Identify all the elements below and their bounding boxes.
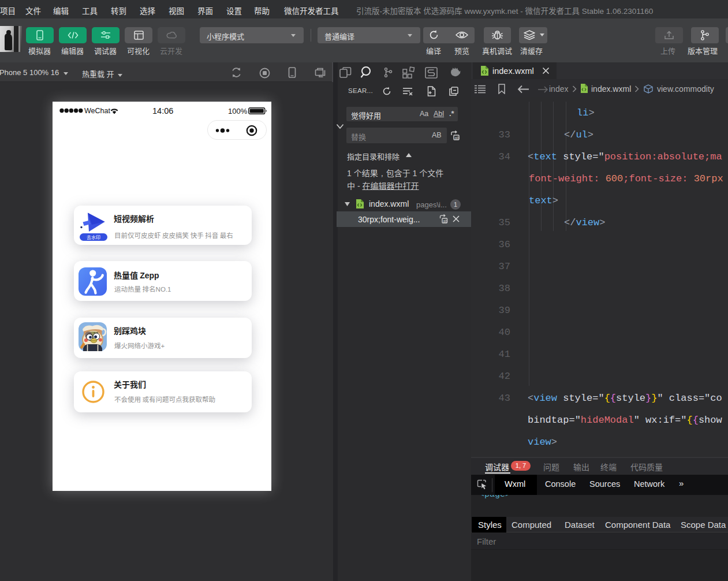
- svg-text:ab: ab: [443, 219, 448, 223]
- svg-text:ab: ab: [455, 136, 460, 140]
- svg-text:去水印: 去水印: [87, 234, 100, 240]
